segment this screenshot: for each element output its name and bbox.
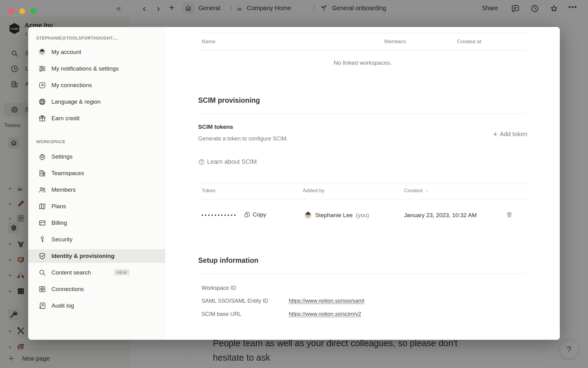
modal-item-language-region[interactable]: Language & region: [28, 95, 165, 109]
modal-item-audit-log[interactable]: Audit log: [28, 299, 165, 312]
masked-token: •••••••••••: [202, 213, 237, 218]
map-icon: [38, 202, 46, 211]
scim-base-url-link[interactable]: https://www.notion.so/scim/v2: [289, 311, 361, 317]
table-divider: [198, 199, 527, 199]
notion-app: « ‹ › + General / ☕ Company Home / Gener…: [0, 0, 588, 368]
setup-row-label: SAML SSO/SAML Entity ID: [202, 298, 268, 304]
question-circle-icon: [198, 159, 205, 165]
globe-icon: [38, 98, 46, 106]
modal-item-content-search[interactable]: Content search NEW: [28, 266, 165, 279]
saml-sso-link[interactable]: https://www.notion.so/sso/saml: [289, 298, 364, 304]
arrow-up-right-box-icon: [38, 81, 46, 90]
avatar: [304, 211, 312, 221]
window-minimize-button[interactable]: [19, 8, 25, 14]
gift-icon: [38, 114, 46, 123]
modal-item-my-account[interactable]: My account: [28, 45, 165, 59]
key-icon: [38, 236, 46, 244]
modal-item-billing[interactable]: Billing: [28, 216, 165, 230]
column-header-added-by: Added by: [303, 188, 325, 194]
section-divider: [198, 274, 527, 274]
column-header-created[interactable]: Created ↓: [404, 188, 428, 194]
setup-information-heading: Setup information: [198, 256, 258, 265]
copy-icon: [244, 211, 251, 218]
learn-about-scim-link[interactable]: Learn about SCIM: [198, 158, 257, 165]
modal-item-connections[interactable]: Connections: [28, 282, 165, 296]
window-close-button[interactable]: [8, 8, 14, 14]
new-badge: NEW: [114, 269, 130, 275]
table-divider: [198, 184, 527, 184]
scim-provisioning-heading: SCIM provisioning: [198, 96, 260, 105]
avatar: [38, 48, 46, 56]
column-header-created-at: Created at: [457, 39, 481, 45]
grid-icon: [38, 285, 46, 293]
scim-tokens-title: SCIM tokens: [198, 124, 233, 130]
modal-item-security[interactable]: Security: [28, 233, 165, 246]
sliders-icon: [38, 65, 46, 73]
workspace-section-header: WORKSPACE: [36, 139, 65, 144]
column-header-token: Token: [202, 188, 215, 194]
account-email-header: STEPHANIE@TOOLSFORTHOUGHT....: [36, 36, 118, 40]
table-divider: [198, 33, 527, 33]
modal-item-settings[interactable]: Settings: [28, 150, 165, 163]
shield-check-icon: [38, 252, 46, 260]
trash-icon: [506, 211, 513, 218]
search-icon: [38, 269, 46, 277]
window-zoom-button[interactable]: [30, 8, 36, 14]
setup-row-label: Workspace ID: [202, 285, 236, 291]
modal-item-earn-credit[interactable]: Earn credit: [28, 112, 165, 125]
settings-modal-content: Name Members Created at No linked worksp…: [165, 27, 560, 340]
modal-item-notifications[interactable]: My notifications & settings: [28, 62, 165, 75]
settings-modal-sidebar: STEPHANIE@TOOLSFORTHOUGHT.... My account…: [28, 27, 165, 340]
token-added-by: Stephanie Lee (you): [315, 212, 369, 219]
sort-descending-icon: ↓: [426, 188, 428, 194]
scroll-icon: [38, 302, 46, 310]
delete-token-button[interactable]: [506, 211, 513, 219]
modal-item-identity-provisioning[interactable]: Identity & provisioning: [28, 249, 165, 263]
settings-modal: STEPHANIE@TOOLSFORTHOUGHT.... My account…: [28, 27, 560, 340]
plus-icon: +: [493, 130, 498, 138]
gear-icon: [38, 153, 46, 161]
copy-token-button[interactable]: Copy: [244, 211, 266, 218]
modal-item-teamspaces[interactable]: Teamspaces: [28, 167, 165, 180]
column-header-name: Name: [202, 39, 215, 45]
section-divider: [198, 113, 527, 114]
building-icon: [38, 169, 46, 178]
add-token-button[interactable]: + Add token: [493, 130, 527, 138]
credit-card-icon: [38, 219, 46, 227]
modal-item-plans[interactable]: Plans: [28, 200, 165, 213]
modal-item-my-connections[interactable]: My connections: [28, 79, 165, 92]
scim-tokens-description: Generate a token to configure SCIM.: [198, 136, 288, 142]
people-icon: [38, 186, 46, 194]
empty-state-text: No linked workspaces.: [198, 59, 527, 66]
modal-item-members[interactable]: Members: [28, 183, 165, 197]
setup-row-label: SCIM base URL: [202, 311, 241, 317]
column-header-members: Members: [384, 39, 406, 45]
token-created-date: January 23, 2023, 10:32 AM: [404, 212, 477, 219]
table-divider: [198, 50, 527, 50]
